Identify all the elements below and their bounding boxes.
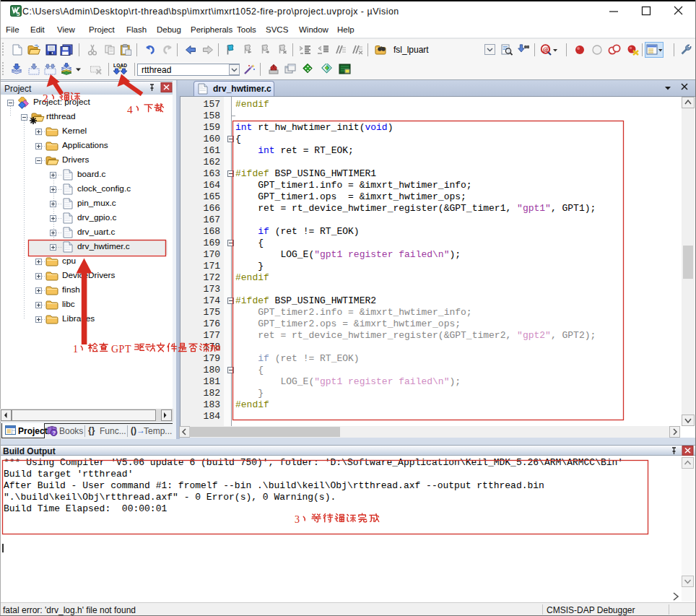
- svg-text:?: ?: [52, 430, 56, 436]
- svg-text:5: 5: [17, 11, 20, 17]
